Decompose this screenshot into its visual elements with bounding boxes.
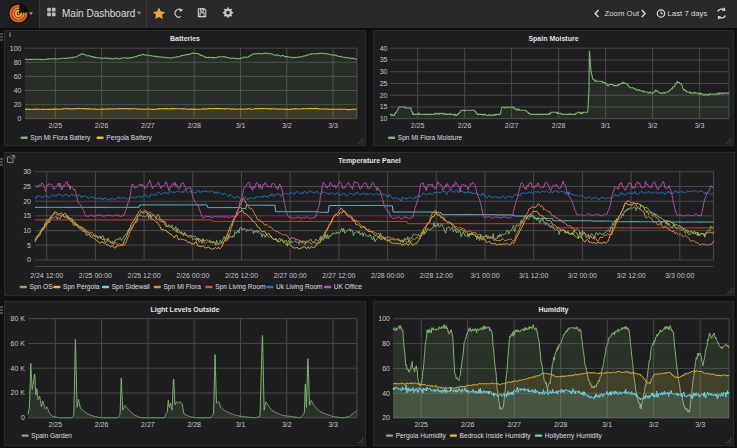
svg-text:Temperature Panel: Temperature Panel bbox=[338, 157, 401, 165]
svg-text:Pergola Humidity: Pergola Humidity bbox=[396, 432, 447, 440]
svg-text:60: 60 bbox=[14, 73, 22, 80]
svg-text:2/26 12:00: 2/26 12:00 bbox=[225, 272, 258, 279]
svg-text:5: 5 bbox=[27, 242, 31, 249]
svg-text:Spn Living Room: Spn Living Room bbox=[215, 283, 266, 291]
svg-text:Spain Moisture: Spain Moisture bbox=[528, 35, 578, 43]
svg-text:Hollyberry Humidity: Hollyberry Humidity bbox=[545, 432, 603, 440]
svg-text:Spn Mi Flora: Spn Mi Flora bbox=[163, 283, 201, 291]
svg-text:2/26: 2/26 bbox=[461, 421, 475, 428]
svg-text:3/2: 3/2 bbox=[282, 122, 292, 129]
svg-text:UK Office: UK Office bbox=[334, 283, 362, 290]
svg-text:2/28 12:00: 2/28 12:00 bbox=[420, 272, 453, 279]
svg-text:3/2: 3/2 bbox=[649, 421, 659, 428]
svg-text:0: 0 bbox=[21, 414, 25, 421]
svg-text:Spain Garden: Spain Garden bbox=[31, 432, 72, 440]
svg-text:2/27: 2/27 bbox=[141, 122, 155, 129]
svg-text:2/27 00:00: 2/27 00:00 bbox=[274, 272, 307, 279]
svg-text:2/26: 2/26 bbox=[95, 122, 109, 129]
svg-text:100: 100 bbox=[378, 315, 390, 322]
svg-text:3/2: 3/2 bbox=[648, 122, 658, 129]
svg-text:2/24 12:00: 2/24 12:00 bbox=[30, 272, 63, 279]
svg-text:Humidity: Humidity bbox=[539, 306, 569, 314]
svg-text:2/27: 2/27 bbox=[507, 421, 521, 428]
svg-text:2/25 12:00: 2/25 12:00 bbox=[128, 272, 161, 279]
svg-text:2/25: 2/25 bbox=[414, 421, 428, 428]
svg-text:Spn Mi Flora Moisture: Spn Mi Flora Moisture bbox=[398, 134, 463, 142]
svg-text:Spn Sidewall: Spn Sidewall bbox=[112, 283, 151, 291]
svg-text:Last 7 days: Last 7 days bbox=[668, 9, 708, 18]
svg-text:3/1: 3/1 bbox=[236, 421, 246, 428]
svg-text:40: 40 bbox=[380, 45, 388, 52]
svg-text:2/25: 2/25 bbox=[411, 122, 425, 129]
svg-text:3/1 12:00: 3/1 12:00 bbox=[519, 272, 548, 279]
svg-text:30: 30 bbox=[23, 168, 31, 175]
svg-text:Pergola Battery: Pergola Battery bbox=[106, 134, 152, 142]
svg-text:Light Levels Outside: Light Levels Outside bbox=[151, 306, 220, 314]
svg-text:3/1 00:00: 3/1 00:00 bbox=[470, 272, 499, 279]
svg-text:2/25: 2/25 bbox=[48, 421, 62, 428]
svg-text:3/3: 3/3 bbox=[695, 421, 705, 428]
svg-text:3/1: 3/1 bbox=[601, 122, 611, 129]
svg-text:3/3: 3/3 bbox=[695, 122, 705, 129]
svg-text:60 K: 60 K bbox=[11, 340, 26, 347]
svg-text:15: 15 bbox=[23, 212, 31, 219]
svg-text:20: 20 bbox=[23, 198, 31, 205]
svg-text:10: 10 bbox=[23, 227, 31, 234]
svg-text:25: 25 bbox=[380, 80, 388, 87]
svg-text:3/3: 3/3 bbox=[328, 122, 338, 129]
svg-text:Uk Living Room: Uk Living Room bbox=[276, 283, 323, 291]
svg-text:10: 10 bbox=[380, 115, 388, 122]
svg-text:2/26 00:00: 2/26 00:00 bbox=[176, 272, 209, 279]
svg-text:20: 20 bbox=[382, 414, 390, 421]
svg-text:i: i bbox=[9, 31, 11, 38]
svg-text:3/2 00:00: 3/2 00:00 bbox=[568, 272, 597, 279]
svg-text:3/2 12:00: 3/2 12:00 bbox=[616, 272, 645, 279]
svg-text:2/27: 2/27 bbox=[141, 421, 155, 428]
svg-text:3/1: 3/1 bbox=[236, 122, 246, 129]
svg-text:20: 20 bbox=[14, 101, 22, 108]
svg-text:15: 15 bbox=[380, 103, 388, 110]
svg-text:2/27 12:00: 2/27 12:00 bbox=[322, 272, 355, 279]
svg-text:3/3: 3/3 bbox=[328, 421, 338, 428]
svg-text:60: 60 bbox=[382, 365, 390, 372]
svg-text:2/25 00:00: 2/25 00:00 bbox=[79, 272, 112, 279]
svg-text:3/2: 3/2 bbox=[282, 421, 292, 428]
svg-text:Spn OS: Spn OS bbox=[30, 283, 54, 291]
svg-text:3/1: 3/1 bbox=[602, 421, 612, 428]
svg-text:100: 100 bbox=[10, 45, 22, 52]
svg-text:2/28 00:00: 2/28 00:00 bbox=[371, 272, 404, 279]
svg-text:0: 0 bbox=[18, 115, 22, 122]
svg-text:Batteries: Batteries bbox=[170, 35, 200, 42]
svg-text:80: 80 bbox=[14, 59, 22, 66]
svg-text:2/26: 2/26 bbox=[458, 122, 472, 129]
svg-text:20 K: 20 K bbox=[11, 389, 26, 396]
svg-text:2/28: 2/28 bbox=[552, 122, 566, 129]
svg-text:Spn Mi Flora Battery: Spn Mi Flora Battery bbox=[30, 134, 91, 142]
svg-text:Spn Pergola: Spn Pergola bbox=[63, 283, 100, 291]
svg-text:2/26: 2/26 bbox=[95, 421, 109, 428]
svg-text:2/28: 2/28 bbox=[554, 421, 568, 428]
svg-text:80: 80 bbox=[382, 340, 390, 347]
svg-text:25: 25 bbox=[23, 183, 31, 190]
svg-text:3/3 00:00: 3/3 00:00 bbox=[665, 272, 694, 279]
svg-text:40: 40 bbox=[14, 87, 22, 94]
svg-text:40 K: 40 K bbox=[11, 365, 26, 372]
svg-text:Bedrock Inside Humidity: Bedrock Inside Humidity bbox=[460, 432, 532, 440]
svg-text:20: 20 bbox=[380, 92, 388, 99]
svg-text:35: 35 bbox=[380, 56, 388, 63]
svg-text:Zoom Out: Zoom Out bbox=[605, 9, 640, 18]
svg-text:30: 30 bbox=[380, 68, 388, 75]
svg-text:2/27: 2/27 bbox=[505, 122, 519, 129]
svg-text:2/28: 2/28 bbox=[187, 421, 201, 428]
svg-text:0: 0 bbox=[27, 256, 31, 263]
svg-text:Main Dashboard: Main Dashboard bbox=[62, 8, 135, 19]
svg-text:2/28: 2/28 bbox=[187, 122, 201, 129]
svg-text:2/25: 2/25 bbox=[48, 122, 62, 129]
svg-text:40: 40 bbox=[382, 390, 390, 397]
svg-text:80 K: 80 K bbox=[11, 315, 26, 322]
